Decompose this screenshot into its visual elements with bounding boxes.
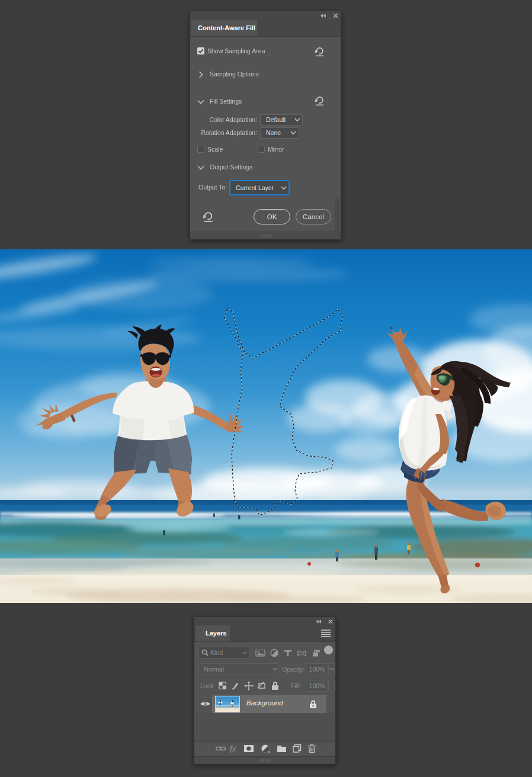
svg-text:fx: fx bbox=[230, 744, 236, 753]
